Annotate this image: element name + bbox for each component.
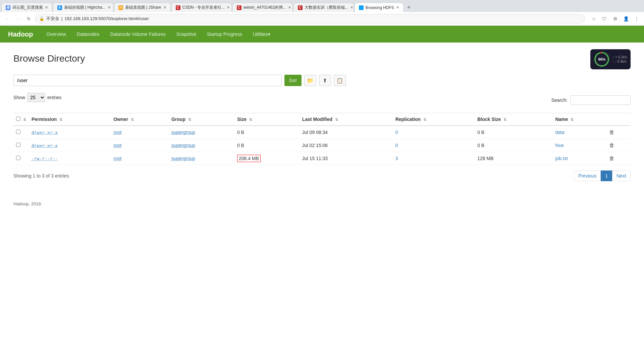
gauge-download: ↓ - 0.3k/s xyxy=(612,60,627,63)
row-0-replication-link[interactable]: 0 xyxy=(395,130,398,135)
folder-button[interactable]: 📁 xyxy=(304,75,316,86)
tab-2-close[interactable]: ✕ xyxy=(108,5,111,10)
nav-snapshot[interactable]: Snapshot xyxy=(171,26,202,43)
page-1-button[interactable]: 1 xyxy=(601,170,612,181)
search-input[interactable] xyxy=(570,95,631,105)
back-button[interactable]: ← xyxy=(3,14,12,23)
row-2-checkbox[interactable] xyxy=(16,156,20,160)
tab-4[interactable]: C CSDN - 专业开发者社... ✕ xyxy=(171,3,232,12)
sort-icon-name: ⇅ xyxy=(571,118,574,122)
address-value: 192.168.193.129:50070/explorer.html#/use… xyxy=(64,16,149,21)
row-1-group-text[interactable]: supergroup xyxy=(171,143,195,148)
tab-2[interactable]: A 基础折线图 | Highcha... ✕ xyxy=(53,3,113,12)
row-0-name-link[interactable]: data xyxy=(555,130,564,135)
row-1-delete-button[interactable]: 🗑 xyxy=(609,142,614,148)
menu-icon[interactable]: ⋮ xyxy=(632,14,641,23)
col-name-label: Name xyxy=(555,117,568,122)
nav-utilities[interactable]: Utilities xyxy=(248,26,276,43)
row-1-checkbox[interactable] xyxy=(16,143,20,147)
tab-2-label: 基础折线图 | Highcha... xyxy=(64,5,106,10)
row-0-permission: drwxr-xr-x xyxy=(29,126,111,139)
toolbar-icons: ☆ 🛡 ⚙ 👤 ⋮ xyxy=(589,14,641,23)
tab-1-icon: 搜 xyxy=(6,5,10,10)
col-last-modified[interactable]: Last Modified ⇅ xyxy=(300,113,393,126)
col-name[interactable]: Name ⇅ xyxy=(552,113,606,126)
col-block-size-label: Block Size xyxy=(477,117,501,122)
row-0-group-text[interactable]: supergroup xyxy=(171,130,195,135)
upload-value: + 0.1k/s xyxy=(615,55,627,59)
row-1-owner-text[interactable]: root xyxy=(113,143,121,148)
tab-4-close[interactable]: ✕ xyxy=(227,5,230,10)
tab-4-label: CSDN - 专业开发者社... xyxy=(182,5,225,10)
address-bar[interactable]: 🔓 不安全 | 192.168.193.129:50070/explorer.h… xyxy=(35,14,585,23)
previous-button[interactable]: Previous xyxy=(574,170,601,181)
col-owner[interactable]: Owner ⇅ xyxy=(111,113,169,126)
tab-5[interactable]: C weixin_44701462的博... ✕ xyxy=(232,3,293,12)
tab-3-close[interactable]: ✕ xyxy=(163,5,166,10)
nav-datanode-volume-failures[interactable]: Datanode Volume Failures xyxy=(105,26,171,43)
new-tab-button[interactable]: + xyxy=(404,3,414,12)
row-2-permission: -rw-r--r-- xyxy=(29,152,111,165)
tab-1[interactable]: 搜 词云图_百度搜索 ✕ xyxy=(1,3,52,12)
refresh-button[interactable]: ↻ xyxy=(24,14,34,23)
entries-select[interactable]: 25 10 50 100 xyxy=(27,93,45,102)
col-size[interactable]: Size ⇅ xyxy=(234,113,300,126)
nav-startup-progress[interactable]: Startup Progress xyxy=(202,26,248,43)
row-0-check xyxy=(13,126,29,139)
col-last-modified-label: Last Modified xyxy=(302,117,332,122)
table-row: drwxr-xr-x root supergroup 0 B Jul 09 08… xyxy=(13,126,631,139)
col-block-size[interactable]: Block Size ⇅ xyxy=(475,113,552,126)
row-2-permission-text[interactable]: -rw-r--r-- xyxy=(32,156,58,161)
upload-button[interactable]: ⬆ xyxy=(319,75,331,86)
row-2-owner-text[interactable]: root xyxy=(113,156,121,161)
col-group[interactable]: Group ⇅ xyxy=(169,113,234,126)
tab-6[interactable]: C 大数据实训（爬取前端... ✕ xyxy=(293,3,354,12)
main-content: 96% ↑ + 0.1k/s ↓ - 0.3k/s Browse Directo… xyxy=(0,43,644,217)
path-input[interactable] xyxy=(13,75,282,86)
row-0-checkbox[interactable] xyxy=(16,130,20,134)
row-1-name: hive xyxy=(552,139,606,152)
tab-5-close[interactable]: ✕ xyxy=(288,5,291,10)
col-replication-label: Replication xyxy=(395,117,421,122)
row-2-replication-link[interactable]: 3 xyxy=(395,156,398,161)
row-0-delete-button[interactable]: 🗑 xyxy=(609,129,614,135)
tab-3[interactable]: JS 基础直线图 | JShare ✕ xyxy=(114,3,171,12)
forward-button[interactable]: → xyxy=(13,14,23,23)
tab-1-close[interactable]: ✕ xyxy=(45,5,48,10)
col-replication[interactable]: Replication ⇅ xyxy=(393,113,475,126)
tab-7-icon: 🌐 xyxy=(359,5,364,10)
row-2-name-link[interactable]: job.txt xyxy=(555,156,568,161)
bookmark-button[interactable]: ☆ xyxy=(589,14,598,23)
row-0-permission-text[interactable]: drwxr-xr-x xyxy=(32,130,58,135)
tab-6-close[interactable]: ✕ xyxy=(350,5,353,10)
col-permission-label: Permission xyxy=(32,117,57,122)
row-2-check xyxy=(13,152,29,165)
nav-datanodes[interactable]: Datanodes xyxy=(71,26,105,43)
tab-7[interactable]: 🌐 Browsing HDFS ✕ xyxy=(355,3,404,12)
row-1-permission-text[interactable]: drwxr-xr-x xyxy=(32,143,58,148)
tab-7-close[interactable]: ✕ xyxy=(396,5,399,10)
sort-icon-replication: ⇅ xyxy=(423,118,426,122)
profile-icon[interactable]: 👤 xyxy=(621,14,631,23)
tab-3-label: 基础直线图 | JShare xyxy=(125,5,161,10)
row-2-group-text[interactable]: supergroup xyxy=(171,156,195,161)
row-0-owner-text[interactable]: root xyxy=(113,130,121,135)
select-all-checkbox[interactable] xyxy=(16,117,20,121)
row-1-name-link[interactable]: hive xyxy=(555,143,564,148)
row-1-block-size: 0 B xyxy=(475,139,552,152)
go-button[interactable]: Go! xyxy=(284,75,302,86)
table-row: -rw-r--r-- root supergroup 208.4 MB Jul … xyxy=(13,152,631,165)
extension-1-icon[interactable]: 🛡 xyxy=(600,14,609,23)
row-2-delete-button[interactable]: 🗑 xyxy=(609,155,614,161)
folder-icon: 📁 xyxy=(307,77,314,84)
extension-2-icon[interactable]: ⚙ xyxy=(610,14,620,23)
clipboard-button[interactable]: 📋 xyxy=(334,75,346,86)
next-button[interactable]: Next xyxy=(612,170,631,181)
gauge-upload: ↑ + 0.1k/s xyxy=(612,55,627,59)
row-1-replication-link[interactable]: 0 xyxy=(395,143,398,148)
nav-overview[interactable]: Overview xyxy=(41,26,71,43)
col-permission[interactable]: Permission ⇅ xyxy=(29,113,111,126)
row-1-permission: drwxr-xr-x xyxy=(29,139,111,152)
gauge-stats: ↑ + 0.1k/s ↓ - 0.3k/s xyxy=(612,55,627,63)
row-1-owner: root xyxy=(111,139,169,152)
